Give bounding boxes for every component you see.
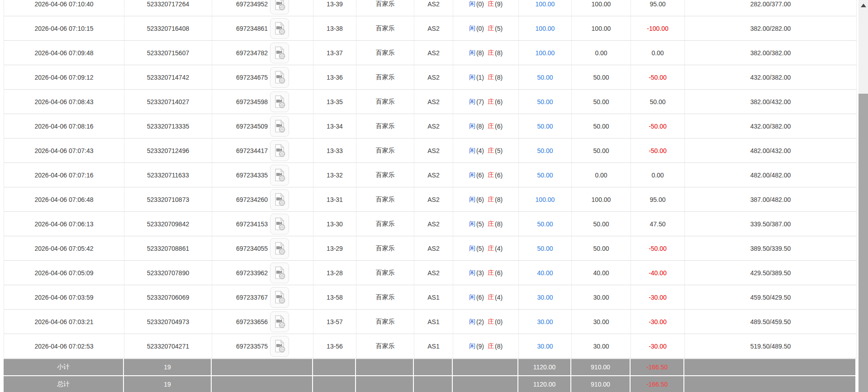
bet-amount-link[interactable]: 100.00 bbox=[536, 49, 555, 57]
table-code: AS2 bbox=[414, 163, 453, 187]
summary-label: 总计 bbox=[4, 376, 124, 392]
video-replay-icon[interactable] bbox=[270, 214, 289, 234]
win-loss-amount: -50.00 bbox=[631, 114, 685, 138]
bet-time: 2026-04-06 07:06:13 bbox=[4, 212, 124, 236]
bet-time: 2026-04-06 07:03:59 bbox=[4, 285, 124, 309]
bet-number: 697234153 bbox=[236, 220, 268, 228]
bet-amount-link[interactable]: 50.00 bbox=[537, 147, 553, 154]
bet-records-table: 2026-04-06 07:10:40 523320717264 6972349… bbox=[4, 0, 857, 392]
valid-bet-amount: 50.00 bbox=[572, 114, 631, 138]
scrollbar-up-arrow-icon[interactable] bbox=[861, 4, 866, 7]
bet-time: 2026-04-06 07:08:16 bbox=[4, 114, 124, 138]
bet-amount-link[interactable]: 30.00 bbox=[537, 294, 553, 301]
player-label: 闲 bbox=[469, 342, 475, 350]
table-row: 2026-04-06 07:06:48 523320710873 6972342… bbox=[4, 187, 857, 212]
player-label: 闲 bbox=[469, 0, 475, 8]
bet-number: 697233767 bbox=[236, 294, 268, 301]
video-replay-icon[interactable] bbox=[270, 189, 289, 210]
banker-points: (8) bbox=[495, 49, 503, 57]
bet-amount-link[interactable]: 40.00 bbox=[537, 269, 553, 277]
bet-time: 2026-04-06 07:10:40 bbox=[4, 0, 124, 16]
bet-amount-link[interactable]: 50.00 bbox=[537, 98, 553, 105]
game-result: 闲(5) 庄(4) bbox=[453, 236, 519, 260]
video-replay-icon[interactable] bbox=[270, 0, 289, 14]
bet-number-cell: 697234782 bbox=[212, 41, 313, 65]
bet-amount-link[interactable]: 50.00 bbox=[537, 220, 553, 228]
player-points: (1) bbox=[476, 74, 484, 81]
summary-empty-cell bbox=[313, 359, 356, 375]
bet-amount-link[interactable]: 30.00 bbox=[537, 343, 553, 350]
table-round: 13-56 bbox=[313, 334, 356, 358]
game-result: 闲(2) 庄(0) bbox=[453, 310, 519, 334]
bet-time: 2026-04-06 07:09:12 bbox=[4, 65, 124, 89]
game-number: 523320713335 bbox=[124, 114, 212, 138]
summary-win-loss-total: -166.50 bbox=[631, 359, 684, 375]
bet-amount-cell: 50.00 bbox=[519, 114, 572, 138]
bet-amount-link[interactable]: 50.00 bbox=[537, 245, 553, 252]
bet-number-cell: 697233575 bbox=[212, 334, 313, 358]
video-replay-icon[interactable] bbox=[270, 43, 289, 63]
table-code: AS2 bbox=[414, 65, 453, 89]
summary-empty-cell bbox=[414, 376, 453, 392]
video-replay-icon[interactable] bbox=[270, 263, 289, 283]
video-replay-icon[interactable] bbox=[270, 18, 289, 39]
summary-empty-cell bbox=[212, 376, 313, 392]
banker-label: 庄 bbox=[488, 196, 494, 204]
banker-points: (8) bbox=[495, 343, 503, 350]
bet-amount-link[interactable]: 100.00 bbox=[536, 25, 555, 32]
summary-count: 19 bbox=[124, 359, 212, 375]
game-name: 百家乐 bbox=[356, 16, 414, 40]
game-result: 闲(1) 庄(8) bbox=[453, 65, 519, 89]
bet-amount-link[interactable]: 30.00 bbox=[537, 318, 553, 325]
valid-bet-amount: 30.00 bbox=[572, 310, 631, 334]
game-number: 523320714027 bbox=[124, 90, 212, 114]
bet-amount-cell: 30.00 bbox=[519, 334, 572, 358]
banker-label: 庄 bbox=[488, 122, 494, 130]
video-replay-icon[interactable] bbox=[270, 165, 289, 186]
player-label: 闲 bbox=[469, 24, 475, 33]
bet-amount-cell: 50.00 bbox=[519, 65, 572, 89]
bet-amount-cell: 100.00 bbox=[519, 41, 572, 65]
video-replay-icon[interactable] bbox=[270, 116, 289, 137]
video-replay-icon[interactable] bbox=[270, 140, 289, 161]
player-label: 闲 bbox=[469, 98, 475, 106]
player-label: 闲 bbox=[469, 196, 475, 204]
banker-points: (6) bbox=[495, 98, 503, 105]
video-replay-icon[interactable] bbox=[270, 238, 289, 259]
win-loss-amount: -30.00 bbox=[631, 285, 685, 309]
bet-amount-link[interactable]: 100.00 bbox=[536, 196, 555, 203]
game-name: 百家乐 bbox=[356, 139, 414, 163]
table-body: 2026-04-06 07:10:40 523320717264 6972349… bbox=[4, 0, 857, 359]
vertical-scrollbar-thumb[interactable] bbox=[859, 94, 868, 392]
bet-amount-link[interactable]: 100.00 bbox=[536, 0, 555, 8]
table-code: AS2 bbox=[414, 114, 453, 138]
bet-amount-link[interactable]: 50.00 bbox=[537, 172, 553, 179]
player-points: (0) bbox=[476, 25, 484, 32]
table-round: 13-35 bbox=[313, 90, 356, 114]
video-replay-icon[interactable] bbox=[270, 287, 289, 308]
video-replay-icon[interactable] bbox=[270, 67, 289, 88]
banker-points: (4) bbox=[495, 245, 503, 252]
summary-count: 19 bbox=[124, 376, 212, 392]
game-result: 闲(8) 庄(6) bbox=[453, 114, 519, 138]
game-name: 百家乐 bbox=[356, 285, 414, 309]
bet-time: 2026-04-06 07:06:48 bbox=[4, 187, 124, 211]
win-loss-amount: 95.00 bbox=[631, 187, 685, 211]
video-replay-icon[interactable] bbox=[270, 336, 289, 357]
table-code: AS2 bbox=[414, 187, 453, 211]
table-round: 13-32 bbox=[313, 163, 356, 187]
game-name: 百家乐 bbox=[356, 114, 414, 138]
bet-number: 697234055 bbox=[236, 245, 268, 252]
video-replay-icon[interactable] bbox=[270, 311, 289, 332]
win-loss-amount: -50.00 bbox=[631, 65, 685, 89]
banker-label: 庄 bbox=[488, 171, 494, 179]
game-result: 闲(5) 庄(8) bbox=[453, 212, 519, 236]
table-round: 13-39 bbox=[313, 0, 356, 16]
game-number: 523320714742 bbox=[124, 65, 212, 89]
game-result: 闲(3) 庄(6) bbox=[453, 261, 519, 285]
balance-before-after: 489.50/459.50 bbox=[685, 310, 857, 334]
game-name: 百家乐 bbox=[356, 163, 414, 187]
video-replay-icon[interactable] bbox=[270, 91, 289, 112]
bet-amount-link[interactable]: 50.00 bbox=[537, 123, 553, 130]
bet-amount-link[interactable]: 50.00 bbox=[537, 74, 553, 81]
